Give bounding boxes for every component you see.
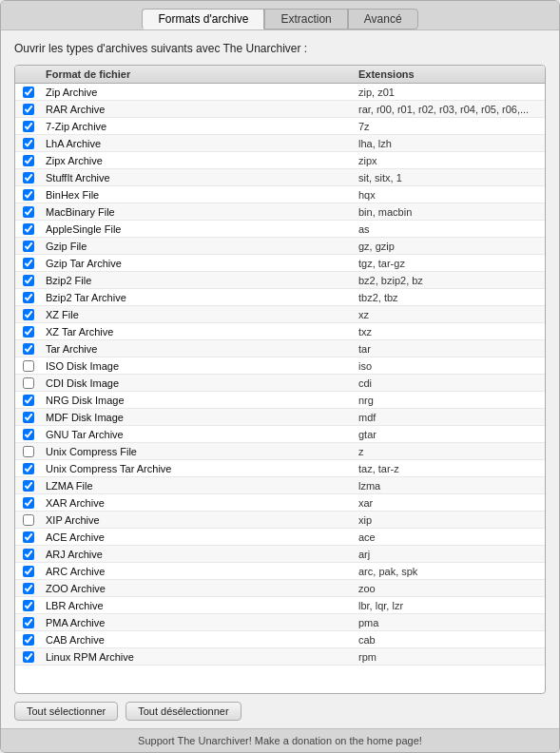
table-row: XAR Archivexar (15, 494, 545, 512)
row-checkbox-cell (15, 497, 42, 509)
format-checkbox[interactable] (23, 189, 34, 201)
format-name: GNU Tar Archive (42, 429, 355, 440)
table-row: Gzip Filegz, gzip (15, 238, 545, 255)
format-name: LBR Archive (42, 600, 355, 611)
format-checkbox[interactable] (23, 583, 34, 594)
format-checkbox[interactable] (23, 463, 34, 474)
format-name: MDF Disk Image (42, 412, 355, 423)
table-row: ISO Disk Imageiso (15, 357, 545, 375)
format-checkbox[interactable] (23, 206, 34, 218)
table-row: 7-Zip Archive7z (15, 118, 545, 135)
format-checkbox[interactable] (23, 258, 34, 269)
row-checkbox-cell (15, 223, 42, 235)
format-extensions: as (355, 223, 545, 235)
format-checkbox[interactable] (23, 241, 34, 252)
format-checkbox[interactable] (23, 446, 34, 457)
format-checkbox[interactable] (23, 395, 34, 406)
row-checkbox-cell (15, 360, 42, 372)
row-checkbox-cell (15, 514, 42, 526)
row-checkbox-cell (15, 206, 42, 218)
format-extensions: rar, r00, r01, r02, r03, r04, r05, r06,.… (355, 104, 545, 115)
tab-extraction[interactable]: Extraction (264, 9, 347, 29)
table-row: Gzip Tar Archivetgz, tar-gz (15, 255, 545, 272)
row-checkbox-cell (15, 651, 42, 663)
tab-advanced[interactable]: Avancé (348, 9, 418, 29)
format-extensions: xip (355, 514, 545, 526)
format-checkbox[interactable] (23, 138, 34, 149)
row-checkbox-cell (15, 189, 42, 201)
row-checkbox-cell (15, 583, 42, 594)
select-all-button[interactable]: Tout sélectionner (14, 702, 118, 721)
format-extensions: hqx (355, 189, 545, 201)
table-row: XZ Tar Archivetxz (15, 323, 545, 340)
deselect-all-button[interactable]: Tout désélectionner (126, 702, 241, 721)
format-extensions: lbr, lqr, lzr (355, 600, 545, 611)
table-row: XZ Filexz (15, 306, 545, 323)
format-checkbox[interactable] (23, 155, 34, 166)
format-extensions: rpm (355, 651, 545, 663)
format-checkbox[interactable] (23, 377, 34, 389)
format-checkbox[interactable] (23, 104, 34, 115)
table-row: ARC Archivearc, pak, spk (15, 563, 545, 580)
format-extensions: z (355, 446, 545, 457)
format-checkbox[interactable] (23, 223, 34, 235)
format-name: ARC Archive (42, 566, 355, 577)
format-checkbox[interactable] (23, 326, 34, 338)
format-checkbox[interactable] (23, 412, 34, 423)
format-name: RAR Archive (42, 104, 355, 115)
format-checkbox[interactable] (23, 514, 34, 526)
table-row: StuffIt Archivesit, sitx, 1 (15, 169, 545, 186)
format-checkbox[interactable] (23, 566, 34, 577)
table-row: Bzip2 Tar Archivetbz2, tbz (15, 289, 545, 306)
format-extensions: txz (355, 326, 545, 338)
description-text: Ouvrir les types d'archives suivants ave… (14, 42, 546, 55)
format-extensions: arj (355, 549, 545, 560)
format-checkbox[interactable] (23, 549, 34, 560)
format-checkbox[interactable] (23, 634, 34, 646)
format-checkbox[interactable] (23, 121, 34, 132)
format-checkbox[interactable] (23, 651, 34, 663)
format-name: MacBinary File (42, 206, 355, 218)
main-window: Formats d'archiveExtractionAvancé Ouvrir… (0, 0, 560, 753)
footer: Support The Unarchiver! Make a donation … (1, 728, 559, 752)
row-checkbox-cell (15, 241, 42, 252)
format-extensions: zoo (355, 583, 545, 594)
format-checkbox[interactable] (23, 617, 34, 628)
format-checkbox[interactable] (23, 429, 34, 440)
format-checkbox[interactable] (23, 87, 34, 98)
format-name: XZ File (42, 309, 355, 320)
main-content: Ouvrir les types d'archives suivants ave… (1, 30, 559, 728)
format-name: CDI Disk Image (42, 377, 355, 389)
format-checkbox[interactable] (23, 600, 34, 611)
format-name: NRG Disk Image (42, 395, 355, 406)
table-row: Unix Compress Tar Archivetaz, tar-z (15, 460, 545, 477)
row-checkbox-cell (15, 104, 42, 115)
format-name: XZ Tar Archive (42, 326, 355, 338)
format-checkbox[interactable] (23, 531, 34, 543)
format-checkbox[interactable] (23, 343, 34, 355)
format-extensions: ace (355, 531, 545, 543)
row-checkbox-cell (15, 292, 42, 303)
table-row: CDI Disk Imagecdi (15, 375, 545, 392)
footer-text: Support The Unarchiver! Make a donation … (138, 735, 422, 746)
format-name: LhA Archive (42, 138, 355, 149)
format-checkbox[interactable] (23, 480, 34, 492)
format-checkbox[interactable] (23, 309, 34, 320)
format-checkbox[interactable] (23, 275, 34, 286)
format-name: ZOO Archive (42, 583, 355, 594)
format-name: Linux RPM Archive (42, 651, 355, 663)
format-name: Gzip File (42, 241, 355, 252)
format-checkbox[interactable] (23, 497, 34, 509)
row-checkbox-cell (15, 617, 42, 628)
button-row: Tout sélectionner Tout désélectionner (14, 702, 546, 721)
row-checkbox-cell (15, 634, 42, 646)
header-check-col (15, 68, 42, 80)
tab-formats[interactable]: Formats d'archive (142, 9, 264, 29)
format-checkbox[interactable] (23, 292, 34, 303)
format-extensions: tar (355, 343, 545, 355)
format-checkbox[interactable] (23, 172, 34, 183)
format-extensions: iso (355, 360, 545, 372)
row-checkbox-cell (15, 377, 42, 389)
format-checkbox[interactable] (23, 360, 34, 372)
table-header: Format de fichier Extensions (15, 66, 545, 84)
